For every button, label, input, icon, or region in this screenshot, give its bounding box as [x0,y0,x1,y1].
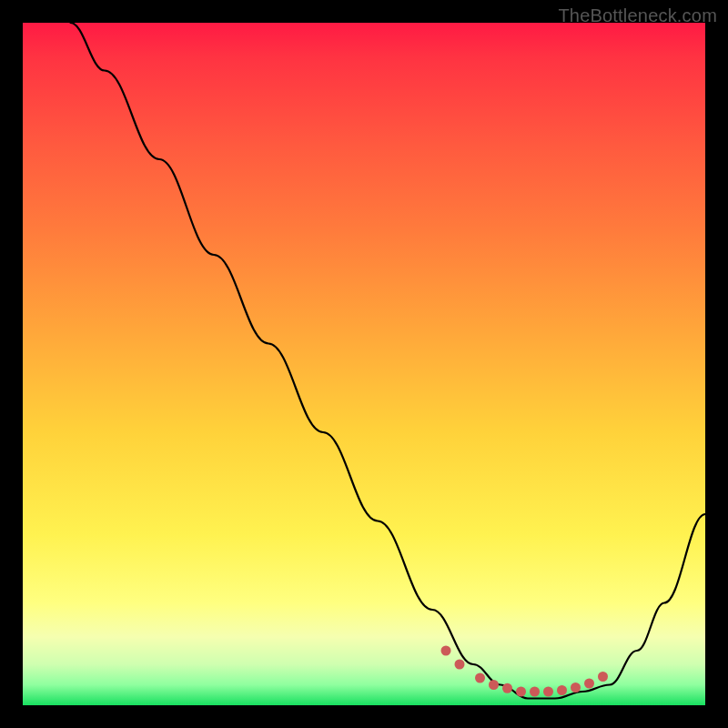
curve-layer [23,23,705,705]
trough-marker-dot [571,682,581,693]
plot-area [23,23,705,705]
trough-marker-dot [516,687,526,697]
trough-markers [441,646,609,697]
trough-marker-dot [530,687,540,697]
trough-marker-dot [598,672,608,682]
trough-marker-dot [475,673,485,683]
trough-marker-dot [489,680,499,690]
trough-marker-dot [543,687,553,697]
bottleneck-curve [71,23,706,699]
trough-marker-dot [502,683,512,693]
trough-marker-dot [584,679,594,689]
watermark-text: TheBottleneck.com [558,5,717,26]
chart-frame: TheBottleneck.com [0,0,728,728]
trough-marker-dot [557,685,567,695]
trough-marker-dot [455,660,465,670]
trough-marker-dot [441,646,451,656]
